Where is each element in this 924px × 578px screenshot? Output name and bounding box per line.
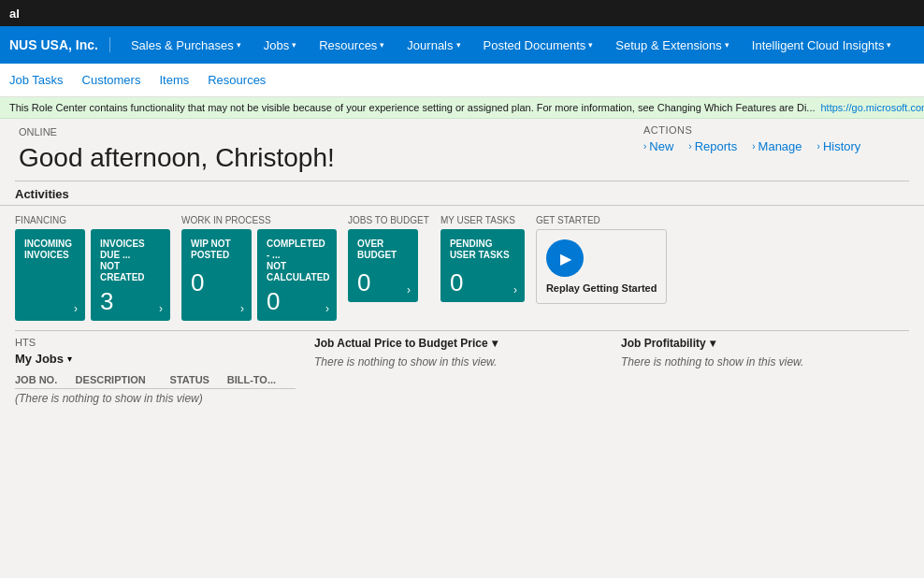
card-over-budget[interactable]: OVER BUDGET 0 ›	[348, 229, 418, 302]
top-bar: al	[0, 0, 924, 26]
chart-empty-2: There is nothing to show in this view.	[621, 355, 909, 368]
action-new[interactable]: › New	[643, 139, 673, 153]
chevron-right-icon: ›	[752, 141, 755, 152]
nav-item-cloud[interactable]: Intelligent Cloud Insights ▾	[743, 35, 902, 56]
get-started-card[interactable]: ▶ Replay Getting Started	[536, 229, 668, 304]
card-value: 0	[450, 270, 515, 295]
chart-empty-1: There is nothing to show in this view.	[314, 355, 602, 368]
card-incoming-invoices[interactable]: INCOMING INVOICES ›	[15, 229, 85, 321]
action-manage[interactable]: › Manage	[752, 139, 801, 153]
secondary-nav-resources[interactable]: Resources	[208, 65, 266, 94]
chevron-down-icon: ▾	[67, 354, 72, 364]
secondary-nav-customers[interactable]: Customers	[82, 65, 141, 94]
info-bar: This Role Center contains functionality …	[0, 97, 924, 119]
wip-label: WORK IN PROCESS	[181, 215, 337, 225]
card-label: INVOICES DUE ...NOT CREATED	[100, 238, 161, 283]
chevron-right-icon: ›	[688, 141, 691, 152]
category-jobs-budget: JOBS TO BUDGET OVER BUDGET 0 ›	[348, 215, 429, 321]
card-value: 0	[357, 270, 409, 295]
chevron-down-icon: ▾	[887, 40, 891, 50]
arrow-icon: ›	[325, 302, 329, 315]
company-name[interactable]: NUS USA, Inc.	[9, 37, 110, 52]
card-label: PENDING USER TASKS	[450, 238, 515, 265]
app-title: al	[9, 7, 20, 21]
chevron-down-icon: ▾	[492, 337, 498, 350]
info-bar-message: This Role Center contains functionality …	[9, 102, 816, 113]
online-label: ONLINE	[19, 126, 625, 137]
get-started-category-label: GET STARTED	[536, 215, 668, 225]
main-content: ONLINE Good afternoon, Christoph! ACTION…	[0, 119, 924, 413]
bottom-section: hts My Jobs ▾ JOB NO. DESCRIPTION STATUS…	[0, 331, 924, 413]
category-get-started: GET STARTED ▶ Replay Getting Started	[536, 215, 668, 321]
col-job-no: JOB NO.	[15, 371, 76, 389]
action-history[interactable]: › History	[817, 139, 861, 153]
chevron-down-icon: ▾	[380, 40, 384, 50]
info-bar-link[interactable]: https://go.microsoft.com/fwlink/?linkid=…	[821, 102, 925, 113]
user-tasks-label: MY USER TASKS	[440, 215, 525, 225]
nav-item-posted-docs[interactable]: Posted Documents ▾	[474, 35, 603, 56]
main-nav: NUS USA, Inc. Sales & Purchases ▾ Jobs ▾…	[0, 26, 924, 64]
welcome-section: ONLINE Good afternoon, Christoph!	[9, 119, 634, 181]
chevron-down-icon: ▾	[710, 337, 715, 350]
my-jobs-section: hts My Jobs ▾ JOB NO. DESCRIPTION STATUS…	[15, 337, 296, 408]
card-invoices-due[interactable]: INVOICES DUE ...NOT CREATED 3 ›	[91, 229, 170, 321]
my-jobs-title[interactable]: My Jobs	[15, 352, 64, 366]
card-label: COMPLETED - ...NOT CALCULATED	[267, 238, 327, 283]
category-user-tasks: MY USER TASKS PENDING USER TASKS 0 ›	[440, 215, 525, 321]
chart-title-1[interactable]: Job Actual Price to Budget Price ▾	[314, 337, 602, 350]
chevron-right-icon: ›	[643, 141, 646, 152]
nav-item-journals[interactable]: Journals ▾	[397, 35, 469, 56]
chevron-down-icon: ▾	[292, 40, 296, 50]
col-bill-to: BILL-TO...	[227, 371, 296, 389]
card-label: OVER BUDGET	[357, 238, 409, 265]
activities-section-title: Activities	[0, 181, 924, 206]
card-label: WIP NOT POSTED	[191, 238, 242, 265]
card-pending-tasks[interactable]: PENDING USER TASKS 0 ›	[440, 229, 525, 302]
chart-actual-price: Job Actual Price to Budget Price ▾ There…	[314, 337, 602, 408]
col-description: DESCRIPTION	[76, 371, 170, 389]
card-value: 0	[191, 270, 242, 295]
cards-outer: FINANCING INCOMING INVOICES › INVOICES D…	[0, 206, 924, 330]
my-jobs-table: JOB NO. DESCRIPTION STATUS BILL-TO... (T…	[15, 371, 296, 408]
actions-label: ACTIONS	[643, 124, 905, 136]
chevron-down-icon: ▾	[456, 40, 461, 50]
card-value: 0	[267, 289, 327, 313]
jobs-budget-label: JOBS TO BUDGET	[348, 215, 429, 225]
card-label: INCOMING INVOICES	[24, 238, 76, 265]
secondary-nav-items[interactable]: Items	[159, 65, 189, 94]
card-wip-not-posted[interactable]: WIP NOT POSTED 0 ›	[181, 229, 252, 321]
cards-row: FINANCING INCOMING INVOICES › INVOICES D…	[15, 215, 909, 321]
secondary-nav-job-tasks[interactable]: Job Tasks	[9, 65, 64, 94]
charts-row: Job Actual Price to Budget Price ▾ There…	[296, 337, 909, 408]
welcome-actions-wrapper: ONLINE Good afternoon, Christoph! ACTION…	[0, 119, 924, 181]
chevron-down-icon: ▾	[237, 40, 241, 50]
nav-item-jobs[interactable]: Jobs ▾	[254, 35, 306, 56]
arrow-icon: ›	[513, 283, 517, 296]
empty-message: (There is nothing to show in this view)	[15, 389, 296, 409]
financing-label: FINANCING	[15, 215, 170, 225]
secondary-nav: Job Tasks Customers Items Resources	[0, 64, 924, 97]
arrow-icon: ›	[407, 283, 411, 296]
my-jobs-header: My Jobs ▾	[15, 352, 296, 366]
actions-panel: ACTIONS › New › Reports › Manage › Histo…	[634, 119, 915, 159]
chevron-down-icon: ▾	[588, 40, 593, 50]
action-reports[interactable]: › Reports	[688, 139, 737, 153]
nav-item-resources[interactable]: Resources ▾	[310, 35, 394, 56]
chart-title-2[interactable]: Job Profitability ▾	[621, 337, 909, 350]
col-status: STATUS	[170, 371, 227, 389]
arrow-icon: ›	[74, 302, 78, 315]
welcome-heading: Good afternoon, Christoph!	[19, 143, 625, 173]
chevron-right-icon: ›	[817, 141, 820, 152]
nav-item-sales[interactable]: Sales & Purchases ▾	[122, 35, 251, 56]
insights-label: hts	[15, 337, 296, 348]
table-row: (There is nothing to show in this view)	[15, 389, 296, 409]
chevron-down-icon: ▾	[725, 40, 729, 50]
play-button[interactable]: ▶	[546, 239, 584, 277]
nav-item-setup[interactable]: Setup & Extensions ▾	[606, 35, 738, 56]
card-value: 3	[100, 289, 161, 313]
actions-row: › New › Reports › Manage › History	[643, 139, 905, 153]
arrow-icon: ›	[240, 302, 244, 315]
get-started-label: Replay Getting Started	[546, 282, 657, 294]
play-icon: ▶	[560, 250, 571, 267]
card-completed-not-calc[interactable]: COMPLETED - ...NOT CALCULATED 0 ›	[257, 229, 337, 321]
